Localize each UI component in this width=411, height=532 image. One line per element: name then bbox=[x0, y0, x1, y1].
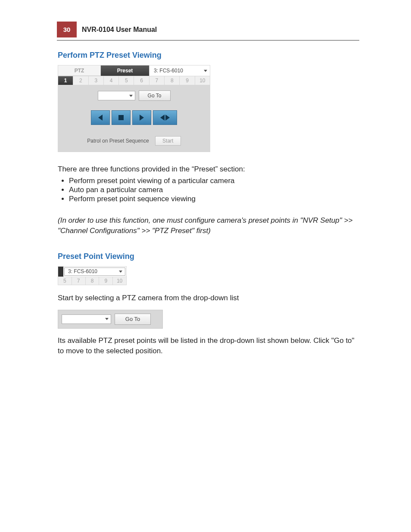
page-number: 30 bbox=[57, 22, 77, 37]
square-stop-icon bbox=[118, 115, 124, 120]
preset-point-dropdown[interactable] bbox=[98, 91, 135, 100]
panel-edge bbox=[58, 267, 63, 277]
channel-cell[interactable]: 9 bbox=[99, 277, 113, 285]
next-button[interactable] bbox=[132, 110, 151, 125]
triangle-left-icon bbox=[98, 115, 103, 121]
patrol-label: Patrol on Preset Sequence bbox=[87, 138, 149, 144]
preset-dropdown-small[interactable] bbox=[62, 314, 111, 324]
tab-preset[interactable]: Preset bbox=[101, 65, 149, 76]
auto-pan-button[interactable] bbox=[153, 110, 177, 125]
intro-text: There are three functions provided in th… bbox=[58, 164, 359, 175]
tab-ptz[interactable]: PTZ bbox=[58, 65, 101, 76]
preset-panel: PTZ Preset 3: FCS-6010 1 2 3 4 5 6 7 8 9… bbox=[58, 65, 210, 152]
manual-title: NVR-0104 User Manual bbox=[77, 22, 157, 37]
camera-dropdown[interactable]: 3: FCS-6010 bbox=[149, 65, 210, 76]
goto-snippet: Go To bbox=[58, 310, 163, 329]
channel-6[interactable]: 6 bbox=[134, 76, 149, 85]
channel-4[interactable]: 4 bbox=[104, 76, 119, 85]
chevron-down-icon bbox=[105, 318, 109, 320]
camera-selected-label: 3: FCS-6010 bbox=[154, 68, 183, 74]
chevron-down-icon bbox=[119, 271, 122, 273]
channel-1[interactable]: 1 bbox=[58, 76, 73, 85]
start-button[interactable]: Start bbox=[155, 136, 181, 146]
channel-cell[interactable]: 7 bbox=[72, 277, 86, 285]
heading-perform-ptz: Perform PTZ Preset Viewing bbox=[58, 51, 359, 60]
triangle-left-icon bbox=[160, 115, 165, 121]
channel-5[interactable]: 5 bbox=[119, 76, 134, 85]
camera-dropdown-small[interactable]: 3: FCS-6010 bbox=[64, 268, 125, 276]
channel-2[interactable]: 2 bbox=[73, 76, 88, 85]
text-select-camera: Start by selecting a PTZ camera from the… bbox=[58, 293, 359, 304]
prev-button[interactable] bbox=[91, 110, 110, 125]
goto-button-small[interactable]: Go To bbox=[115, 314, 151, 325]
chevron-down-icon bbox=[204, 70, 207, 72]
triangle-right-icon bbox=[140, 115, 144, 121]
goto-button[interactable]: Go To bbox=[139, 90, 171, 101]
channel-cell[interactable]: 8 bbox=[86, 277, 100, 285]
header-divider bbox=[57, 40, 359, 40]
list-item: Auto pan a particular camera bbox=[69, 186, 359, 194]
channel-10[interactable]: 10 bbox=[195, 76, 210, 85]
list-item: Perform preset point viewing of a partic… bbox=[69, 177, 359, 185]
channel-cell[interactable]: 5 bbox=[58, 277, 72, 285]
camera-select-snippet: 3: FCS-6010 5 7 8 9 10 bbox=[58, 266, 127, 285]
note-text: (In order to use this function, one must… bbox=[58, 215, 359, 236]
page-header: 30 NVR-0104 User Manual bbox=[57, 22, 411, 37]
camera-selected-label: 3: FCS-6010 bbox=[68, 268, 97, 274]
channel-7[interactable]: 7 bbox=[149, 76, 165, 85]
channel-cell[interactable]: 10 bbox=[113, 277, 126, 285]
feature-list: Perform preset point viewing of a partic… bbox=[58, 177, 359, 203]
stop-button[interactable] bbox=[112, 110, 131, 125]
channel-8[interactable]: 8 bbox=[165, 76, 180, 85]
channel-number-row: 1 2 3 4 5 6 7 8 9 10 bbox=[58, 76, 210, 85]
channel-3[interactable]: 3 bbox=[89, 76, 104, 85]
chevron-down-icon bbox=[129, 95, 133, 97]
text-goto-description: Its available PTZ preset points will be … bbox=[58, 336, 359, 357]
triangle-right-icon bbox=[165, 115, 170, 121]
list-item: Perform preset point sequence viewing bbox=[69, 195, 359, 203]
channel-9[interactable]: 9 bbox=[180, 76, 195, 85]
heading-preset-point-viewing: Preset Point Viewing bbox=[58, 252, 359, 261]
